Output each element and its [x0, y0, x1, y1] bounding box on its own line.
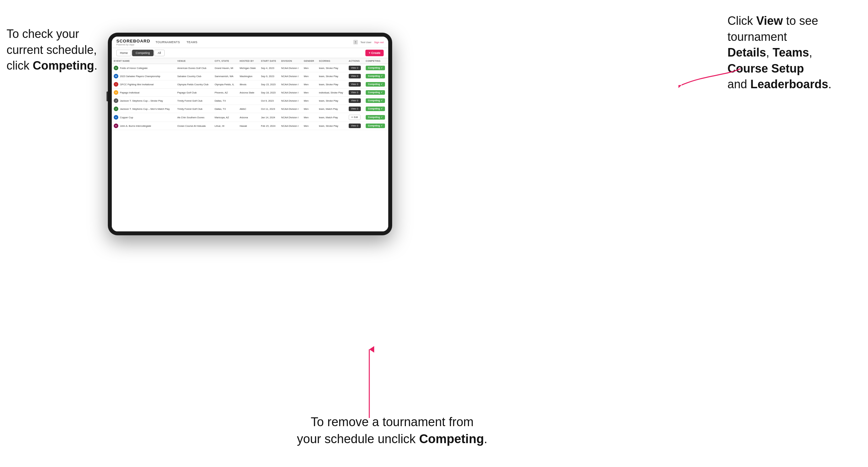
city-state-cell: Maricopa, AZ	[213, 113, 238, 122]
city-state-cell: Lihue, HI	[213, 122, 238, 130]
hosted-by-cell	[238, 97, 259, 105]
team-logo: J	[114, 98, 118, 103]
nav-tournaments[interactable]: TOURNAMENTS	[156, 40, 180, 44]
scoring-cell: team, Stroke Play	[317, 97, 347, 105]
annotation-top-right: Click View to see tournament Details, Te…	[727, 13, 865, 92]
competing-badge[interactable]: Competing ✓	[366, 115, 385, 120]
competing-badge[interactable]: Competing ✓	[366, 74, 385, 79]
table-row: S Folds of Honor Collegiate American Dun…	[112, 64, 388, 72]
view-button[interactable]: View ⊙	[349, 90, 361, 95]
table-header-row: EVENT NAME VENUE CITY, STATE HOSTED BY S…	[112, 58, 388, 64]
view-button[interactable]: View ⊙	[349, 124, 361, 128]
scoring-cell: individual, Stroke Play	[317, 89, 347, 97]
start-date-cell: Sep 15, 2023	[259, 81, 279, 89]
actions-cell[interactable]: View ⊙	[347, 97, 364, 105]
competing-cell[interactable]: Competing ✓	[364, 105, 388, 113]
division-cell: NCAA Division I	[279, 113, 302, 122]
competing-cell[interactable]: Competing ✓	[364, 81, 388, 89]
col-event-name: EVENT NAME	[112, 58, 176, 64]
event-name-cell: I OFCC Fighting Illini Invitational	[112, 81, 176, 89]
col-division: DIVISION	[279, 58, 302, 64]
team-logo: H	[114, 124, 118, 128]
competing-cell[interactable]: Competing ✓	[364, 122, 388, 130]
actions-cell[interactable]: View ⊙	[347, 89, 364, 97]
gender-cell: Men	[302, 105, 317, 113]
competing-badge[interactable]: Competing ✓	[366, 124, 385, 128]
scoring-cell: team, Stroke Play	[317, 81, 347, 89]
venue-cell: Olympia Fields Country Club	[176, 81, 213, 89]
gender-cell: Men	[302, 72, 317, 81]
actions-cell[interactable]: ✏ Edit	[347, 113, 364, 122]
competing-cell[interactable]: Competing ✓	[364, 72, 388, 81]
tab-all[interactable]: All	[154, 50, 165, 56]
view-button[interactable]: View ⊙	[349, 106, 361, 111]
edit-button[interactable]: ✏ Edit	[349, 115, 361, 120]
venue-cell: Papago Golf Club	[176, 89, 213, 97]
actions-cell[interactable]: View ⊙	[347, 64, 364, 72]
hosted-by-cell: Arizona	[238, 113, 259, 122]
actions-cell[interactable]: View ⊙	[347, 72, 364, 81]
start-date-cell: Sep 4, 2023	[259, 64, 279, 72]
view-button[interactable]: View ⊙	[349, 66, 361, 70]
competing-cell[interactable]: Competing ✓	[364, 64, 388, 72]
competing-cell[interactable]: Competing ✓	[364, 113, 388, 122]
scoring-cell: team, Match Play	[317, 105, 347, 113]
start-date-cell: Jan 14, 2024	[259, 113, 279, 122]
col-gender: GENDER	[302, 58, 317, 64]
competing-badge[interactable]: Competing ✓	[366, 66, 385, 70]
col-scoring: SCORING	[317, 58, 347, 64]
competing-badge[interactable]: Competing ✓	[366, 90, 385, 95]
start-date-cell: Oct 9, 2023	[259, 97, 279, 105]
actions-cell[interactable]: View ⊙	[347, 81, 364, 89]
hosted-by-cell: Hawaii	[238, 122, 259, 130]
event-name: OFCC Fighting Illini Invitational	[120, 83, 154, 86]
table-body: S Folds of Honor Collegiate American Dun…	[112, 64, 388, 130]
competing-cell[interactable]: Competing ✓	[364, 89, 388, 97]
venue-cell: Ocean Course At Hokuala	[176, 122, 213, 130]
nav-teams[interactable]: TEAMS	[187, 40, 198, 44]
event-name-cell: H John A. Burns Intercollegiate	[112, 122, 176, 130]
venue-cell: Trinity Forest Golf Club	[176, 105, 213, 113]
col-city-state: CITY, STATE	[213, 58, 238, 64]
col-start-date: START DATE	[259, 58, 279, 64]
table-row: J Jackson T. Stephens Cup – Men's Match …	[112, 105, 388, 113]
sign-out[interactable]: Sign out	[374, 41, 384, 44]
tab-home[interactable]: Home	[116, 50, 131, 56]
view-button[interactable]: View ⊙	[349, 82, 361, 87]
view-button[interactable]: View ⊙	[349, 98, 361, 103]
scoring-cell: team, Match Play	[317, 113, 347, 122]
tab-competing[interactable]: Competing	[132, 50, 154, 56]
team-logo: A	[114, 115, 118, 120]
competing-cell[interactable]: Competing ✓	[364, 97, 388, 105]
team-logo: W	[114, 74, 118, 79]
event-name: Jackson T. Stephens Cup – Stroke Play	[120, 99, 163, 102]
table-row: H John A. Burns Intercollegiate Ocean Co…	[112, 122, 388, 130]
competing-badge[interactable]: Competing ✓	[366, 106, 385, 111]
division-cell: NCAA Division I	[279, 122, 302, 130]
user-area: Test User Sign out	[353, 40, 384, 44]
venue-cell: Ak-Chin Southern Dunes	[176, 113, 213, 122]
scoring-cell: team, Stroke Play	[317, 72, 347, 81]
division-cell: NCAA Division I	[279, 105, 302, 113]
view-button[interactable]: View ⊙	[349, 74, 361, 79]
event-name-cell: A Papago Individual	[112, 89, 176, 97]
arrow-to-last-competing	[364, 346, 374, 421]
scoring-cell: team, Stroke Play	[317, 64, 347, 72]
hosted-by-cell: ABAC	[238, 105, 259, 113]
division-cell: NCAA Division I	[279, 64, 302, 72]
start-date-cell: Feb 15, 2024	[259, 122, 279, 130]
actions-cell[interactable]: View ⊙	[347, 105, 364, 113]
gender-cell: Men	[302, 122, 317, 130]
city-state-cell: Phoenix, AZ	[213, 89, 238, 97]
city-state-cell: Dallas, TX	[213, 105, 238, 113]
create-button[interactable]: + Create	[365, 50, 384, 56]
actions-cell[interactable]: View ⊙	[347, 122, 364, 130]
competing-badge[interactable]: Competing ✓	[366, 82, 385, 87]
team-logo: I	[114, 82, 118, 87]
col-hosted-by: HOSTED BY	[238, 58, 259, 64]
start-date-cell: Oct 11, 2023	[259, 105, 279, 113]
division-cell: NCAA Division I	[279, 72, 302, 81]
event-name: Copper Cup	[120, 116, 133, 119]
arrow-to-competing-column	[678, 65, 744, 98]
competing-badge[interactable]: Competing ✓	[366, 98, 385, 103]
